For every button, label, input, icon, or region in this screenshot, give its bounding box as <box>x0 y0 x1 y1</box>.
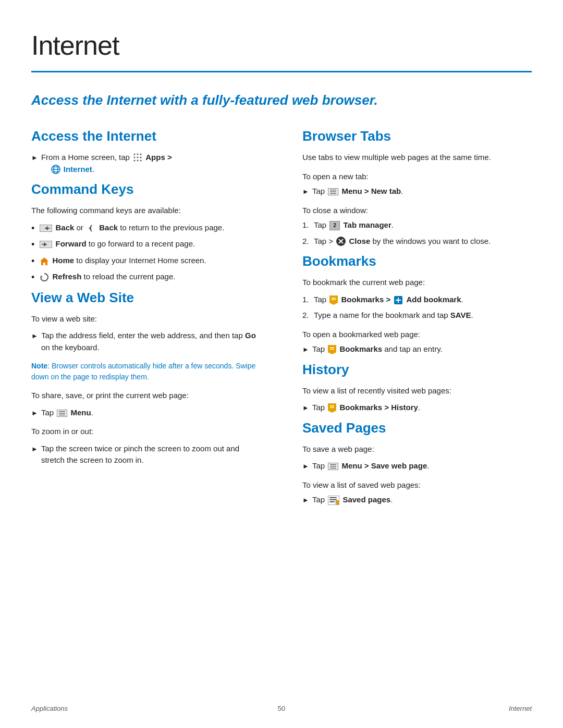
footer-right: Internet <box>509 704 532 714</box>
bookmarks-desc2: To open a bookmarked web page: <box>302 329 532 341</box>
arrow-icon-view2: ► <box>31 408 38 418</box>
svg-point-6 <box>134 160 136 162</box>
command-forward-item: • Forward to go forward to a recent page… <box>31 238 261 251</box>
command-home-item: • Home to display your Internet Home scr… <box>31 255 261 267</box>
bookmarks-icon-1 <box>329 295 338 305</box>
saved-pages-heading: Saved Pages <box>302 418 532 438</box>
page-title: Internet <box>31 25 532 66</box>
saved-pages-desc: To save a web page: <box>302 443 532 455</box>
access-internet-heading: Access the Internet <box>31 126 261 146</box>
history-section: History To view a list of recently visit… <box>302 360 532 414</box>
arrow-icon: ► <box>31 153 38 163</box>
saved-pages-bullet2-text: Tap Saved pages. <box>312 494 393 506</box>
arrow-icon-sp2: ► <box>302 495 309 505</box>
two-column-layout: Access the Internet ► From a Home screen… <box>31 126 532 510</box>
svg-point-7 <box>137 160 139 162</box>
svg-rect-51 <box>329 499 337 500</box>
num-bk-1: 1. <box>302 294 314 306</box>
svg-rect-38 <box>328 345 336 352</box>
saved-pages-bullet1-text: Tap Menu > Save web page. <box>312 460 430 472</box>
svg-rect-53 <box>336 500 339 504</box>
right-column: Browser Tabs Use tabs to view multiple w… <box>282 126 532 510</box>
browser-tabs-desc: Use tabs to view multiple web pages at t… <box>302 152 532 164</box>
svg-point-8 <box>140 160 142 162</box>
svg-marker-43 <box>328 411 336 413</box>
command-keys-desc: The following command keys are available… <box>31 205 261 217</box>
view-web-site-text3: Tap the screen twice or pinch the screen… <box>41 443 261 466</box>
command-keys-section: Command Keys The following command keys … <box>31 179 261 283</box>
bullet-dot-home: • <box>31 256 34 267</box>
svg-marker-22 <box>41 275 43 277</box>
svg-marker-39 <box>328 352 336 354</box>
num-2: 2. <box>302 236 314 248</box>
svg-rect-50 <box>329 497 337 498</box>
view-web-site-section: View a Web Site To view a web site: ► Ta… <box>31 288 261 466</box>
menu-icon-bt <box>328 188 338 195</box>
command-refresh-text: Refresh to reload the current page. <box>39 271 175 283</box>
internet-icon <box>51 165 60 174</box>
bookmarks-num1: 1. Tap Bookmarks > <box>302 294 532 306</box>
bookmarks-icon-2 <box>328 345 336 354</box>
command-refresh-item: • Refresh to reload the current page. <box>31 271 261 283</box>
command-back-item: • Back or <box>31 222 261 235</box>
command-back-text: Back or Back to return to the previous p… <box>39 222 224 234</box>
browser-tabs-num2: 2. Tap > Close by the windows you want t… <box>302 236 532 248</box>
forward-icon <box>40 241 52 248</box>
saved-pages-bullet2: ► Tap Saved pages. <box>302 494 532 506</box>
browser-tabs-section: Browser Tabs Use tabs to view multiple w… <box>302 126 532 247</box>
bookmarks-bullet1-text: Tap Bookmarks and tap an entry. <box>312 343 443 355</box>
intro-text: Access the Internet with a fully-feature… <box>31 91 532 109</box>
access-internet-bullet: ► From a Home screen, tap <box>31 152 261 175</box>
bullet-dot-back: • <box>31 223 34 235</box>
history-heading: History <box>302 360 532 380</box>
svg-marker-17 <box>89 226 91 230</box>
saved-pages-icon <box>328 496 339 505</box>
view-web-site-text2: Tap Menu. <box>41 407 93 419</box>
arrow-icon-bt1: ► <box>302 187 309 197</box>
bookmarks-icon-hist <box>328 403 336 413</box>
svg-point-5 <box>140 157 142 158</box>
view-web-site-desc2: To share, save, or print the current web… <box>31 390 261 402</box>
note-text: Note: Browser controls automatically hid… <box>31 361 261 382</box>
blue-rule <box>31 71 532 72</box>
view-web-site-desc3: To zoom in or out: <box>31 426 261 438</box>
browser-tabs-num1-text: Tap 2 Tab manager. <box>314 219 394 231</box>
svg-rect-52 <box>329 501 335 502</box>
saved-pages-section: Saved Pages To save a web page: ► Tap Me… <box>302 418 532 506</box>
svg-rect-42 <box>328 403 336 411</box>
view-web-site-desc: To view a web site: <box>31 313 261 325</box>
view-web-site-heading: View a Web Site <box>31 288 261 308</box>
num-1: 1. <box>302 219 314 231</box>
view-web-site-bullet3: ► Tap the screen twice or pinch the scre… <box>31 443 261 466</box>
left-column: Access the Internet ► From a Home screen… <box>31 126 282 510</box>
svg-marker-21 <box>40 257 48 265</box>
bookmarks-section: Bookmarks To bookmark the current web pa… <box>302 251 532 355</box>
add-bookmark-icon <box>394 295 403 305</box>
browser-tabs-heading: Browser Tabs <box>302 126 532 146</box>
bookmarks-num2-text: Type a name for the bookmark and tap SAV… <box>314 310 473 322</box>
browser-tabs-text1: Tap Menu > New tab. <box>312 186 403 198</box>
bookmarks-heading: Bookmarks <box>302 251 532 272</box>
svg-rect-31 <box>329 295 338 303</box>
back-sw-icon <box>87 224 96 233</box>
bullet-dot-refresh: • <box>31 272 34 283</box>
home-icon <box>40 256 49 266</box>
view-web-site-bullet1: ► Tap the address field, enter the web a… <box>31 330 261 353</box>
tab-manager-icon: 2 <box>329 221 340 230</box>
bookmarks-desc: To bookmark the current web page: <box>302 277 532 289</box>
history-desc: To view a list of recently visited web p… <box>302 385 532 397</box>
apps-icon <box>133 153 142 162</box>
svg-marker-32 <box>329 303 338 305</box>
back-hw-icon <box>40 225 52 232</box>
close-btn-icon <box>336 237 346 246</box>
view-web-site-text1: Tap the address field, enter the web add… <box>41 330 261 353</box>
arrow-icon-bk: ► <box>302 344 309 355</box>
command-home-text: Home to display your Internet Home scree… <box>39 255 206 267</box>
view-web-site-bullet2: ► Tap Menu. <box>31 407 261 419</box>
arrow-icon-view3: ► <box>31 444 38 454</box>
saved-pages-bullet1: ► Tap Menu > Save web page. <box>302 460 532 472</box>
menu-icon-view <box>57 410 67 417</box>
arrow-icon-hist: ► <box>302 403 309 413</box>
history-bullet1: ► Tap Bookmarks > History. <box>302 402 532 414</box>
command-keys-heading: Command Keys <box>31 179 261 200</box>
